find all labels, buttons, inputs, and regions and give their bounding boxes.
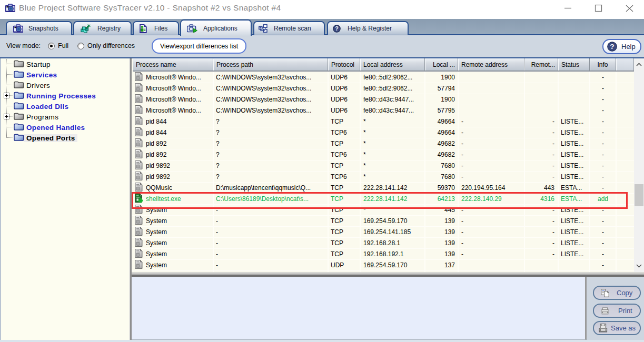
- svg-text:?: ?: [610, 43, 614, 51]
- svg-text:?: ?: [335, 25, 339, 31]
